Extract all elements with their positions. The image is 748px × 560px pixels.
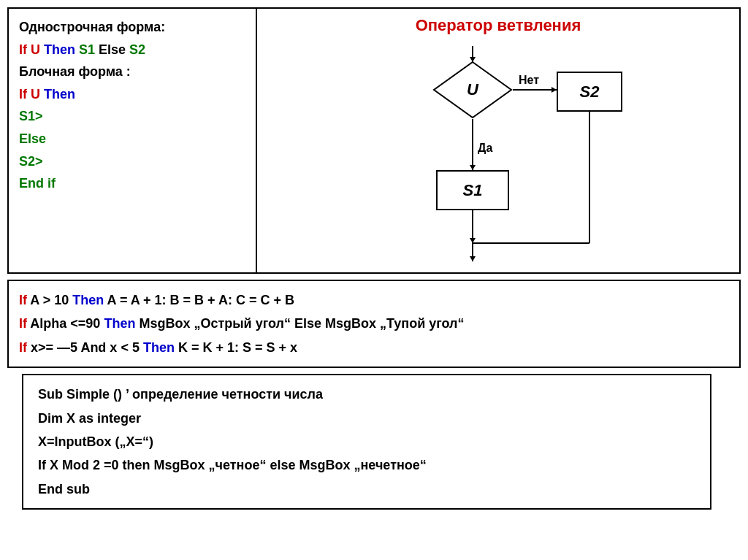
svg-text:U: U	[467, 80, 479, 99]
single-form-title: Однострочная форма:	[19, 16, 245, 39]
then-x-keyword: Then	[143, 340, 178, 355]
middle-line-2: If Alpha <=90 Then MsgBox „Острый угол“ …	[19, 312, 729, 335]
if-a-keyword: If	[19, 293, 30, 307]
middle-section: If A > 10 Then A = A + 1: B = B + A: C =…	[7, 280, 741, 368]
block-endif-line: End if	[19, 172, 245, 195]
then-a-keyword: Then	[72, 293, 107, 307]
svg-marker-6	[552, 87, 557, 93]
block-if-keyword: If U	[19, 87, 44, 101]
s1-label-inline: S1	[79, 42, 99, 57]
middle-line1-body: A = A + 1: B = B + A: C = C + B	[107, 293, 294, 307]
rect-s1: S1	[436, 170, 509, 210]
svg-marker-13	[470, 256, 476, 261]
block-endif: End if	[19, 176, 56, 191]
top-section: Однострочная форма: If U Then S1 Else S2…	[7, 7, 741, 274]
if-keyword: If U	[19, 42, 44, 57]
svg-marker-9	[470, 238, 476, 243]
middle-line-1: If A > 10 Then A = A + 1: B = B + A: C =…	[19, 288, 729, 312]
bottom-line-1: Sub Simple () ’ определение четности чис…	[38, 383, 695, 406]
left-panel: Однострочная форма: If U Then S1 Else S2…	[9, 9, 257, 272]
middle-line2-body: MsgBox „Острый угол“ Else MsgBox „Тупой …	[139, 316, 464, 331]
middle-line3-cond: x>= —5 And x < 5	[31, 340, 143, 355]
middle-line1-cond: A > 10	[30, 293, 72, 307]
bottom-line-2: Dim X as integer	[38, 407, 695, 430]
if-alpha-keyword: If	[19, 316, 30, 331]
diamond-u: U	[432, 61, 513, 119]
flowchart: Да Нет U	[359, 46, 637, 265]
middle-line3-body: K = K + 1: S = S + x	[178, 340, 297, 355]
svg-text:Да: Да	[478, 142, 492, 154]
block-s2: S2>	[19, 154, 43, 169]
rect-s2: S2	[557, 72, 622, 112]
block-else-line: Else	[19, 128, 245, 150]
bottom-section: Sub Simple () ’ определение четности чис…	[22, 374, 711, 510]
then-alpha-keyword: Then	[104, 316, 139, 331]
operator-title: Оператор ветвления	[416, 16, 581, 35]
s2-label-inline: S2	[129, 42, 145, 57]
block-s1: S1>	[19, 109, 43, 123]
single-form-label: Однострочная форма:	[19, 20, 165, 34]
single-form-line: If U Then S1 Else S2	[19, 39, 245, 61]
else-keyword-inline: Else	[99, 42, 129, 57]
bottom-line-3: X=InputBox („X=“)	[38, 430, 695, 453]
middle-line-3: If x>= —5 And x < 5 Then K = K + 1: S = …	[19, 336, 729, 359]
svg-text:Нет: Нет	[519, 74, 539, 86]
then-keyword: Then	[44, 42, 79, 57]
block-s2-line: S2>	[19, 150, 245, 173]
block-if-line: If U Then	[19, 83, 245, 106]
bottom-line-4: If X Mod 2 =0 then MsgBox „четное“ else …	[38, 453, 695, 477]
svg-marker-3	[470, 165, 476, 170]
block-form-title: Блочная форма :	[19, 61, 245, 83]
middle-line2-cond: Alpha <=90	[30, 316, 104, 331]
block-then-keyword: Then	[44, 87, 75, 101]
if-x-keyword: If	[19, 340, 31, 355]
bottom-line-5: End sub	[38, 477, 695, 501]
block-s1-line: S1>	[19, 105, 245, 128]
right-panel: Оператор ветвления Да Нет	[257, 9, 739, 272]
block-else: Else	[19, 131, 46, 146]
